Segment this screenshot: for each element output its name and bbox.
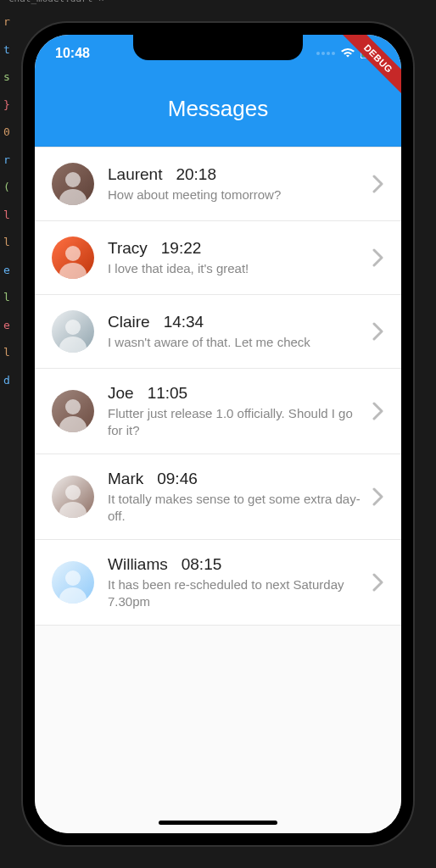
page-title: Messages xyxy=(168,96,269,122)
editor-tab: chat_model.dart × xyxy=(8,0,104,4)
phone-frame: DEBUG 10:48 Messages Laurent20:18 xyxy=(23,23,413,845)
chevron-right-icon xyxy=(372,248,384,267)
editor-gutter: rts }0r (ll ele ld xyxy=(0,0,17,868)
chat-time: 20:18 xyxy=(176,165,216,184)
svg-point-3 xyxy=(65,172,81,187)
chat-time: 09:46 xyxy=(157,470,198,488)
svg-point-6 xyxy=(59,263,87,279)
avatar xyxy=(52,163,94,205)
chat-content: Joe11:05Flutter just release 1.0 officia… xyxy=(108,384,364,438)
avatar xyxy=(52,390,94,432)
svg-point-8 xyxy=(59,337,87,353)
svg-point-5 xyxy=(65,246,81,261)
chevron-right-icon xyxy=(372,402,384,420)
chevron-right-icon xyxy=(372,322,384,341)
chat-name: Joe xyxy=(108,384,134,403)
home-indicator[interactable] xyxy=(159,821,277,825)
chat-time: 11:05 xyxy=(148,384,188,403)
avatar xyxy=(52,561,94,604)
chat-message: I wasn't aware of that. Let me check xyxy=(108,334,364,351)
svg-point-7 xyxy=(65,320,81,335)
chat-name: Claire xyxy=(108,313,150,331)
avatar xyxy=(52,476,94,518)
chat-header: Mark09:46 xyxy=(108,470,364,488)
chat-message: It has been re-scheduled to next Saturda… xyxy=(108,576,364,609)
chat-name: Mark xyxy=(108,470,143,488)
svg-point-11 xyxy=(65,485,81,500)
chat-item[interactable]: Joe11:05Flutter just release 1.0 officia… xyxy=(35,369,401,454)
chat-item[interactable]: Williams08:15It has been re-scheduled to… xyxy=(35,540,401,626)
chat-content: Claire14:34I wasn't aware of that. Let m… xyxy=(108,313,364,351)
chat-header: Williams08:15 xyxy=(108,555,364,574)
chat-message: It totally makes sense to get some extra… xyxy=(108,491,364,524)
status-time: 10:48 xyxy=(55,46,90,61)
signal-dots-icon xyxy=(316,52,335,55)
chat-header: Claire14:34 xyxy=(108,313,364,331)
chevron-right-icon xyxy=(372,573,384,592)
chat-name: Laurent xyxy=(108,165,162,184)
avatar xyxy=(52,236,94,279)
phone-screen: DEBUG 10:48 Messages Laurent20:18 xyxy=(35,35,401,833)
wifi-icon xyxy=(340,47,355,59)
svg-point-4 xyxy=(59,189,87,205)
chevron-right-icon xyxy=(372,175,384,193)
chat-content: Mark09:46It totally makes sense to get s… xyxy=(108,470,364,524)
chat-name: Williams xyxy=(108,555,168,574)
chat-item[interactable]: Tracy19:22I love that idea, it's great! xyxy=(35,221,401,295)
chat-time: 08:15 xyxy=(182,555,222,574)
chat-header: Joe11:05 xyxy=(108,384,364,403)
chat-item[interactable]: Claire14:34I wasn't aware of that. Let m… xyxy=(35,295,401,369)
chat-item[interactable]: Laurent20:18How about meeting tomorrow? xyxy=(35,147,401,221)
avatar xyxy=(52,310,94,353)
chat-content: Tracy19:22I love that idea, it's great! xyxy=(108,239,364,277)
svg-point-13 xyxy=(65,570,81,586)
app-bar: Messages xyxy=(35,72,401,147)
svg-point-14 xyxy=(59,587,87,604)
chat-header: Laurent20:18 xyxy=(108,165,364,184)
chat-time: 19:22 xyxy=(161,239,202,258)
chat-item[interactable]: Mark09:46It totally makes sense to get s… xyxy=(35,454,401,540)
svg-point-9 xyxy=(65,399,81,415)
chevron-right-icon xyxy=(372,487,384,506)
chat-list[interactable]: Laurent20:18How about meeting tomorrow?T… xyxy=(35,147,401,833)
svg-point-10 xyxy=(59,416,87,432)
chat-content: Laurent20:18How about meeting tomorrow? xyxy=(108,165,364,203)
chat-header: Tracy19:22 xyxy=(108,239,364,258)
chat-message: How about meeting tomorrow? xyxy=(108,186,364,203)
chat-content: Williams08:15It has been re-scheduled to… xyxy=(108,555,364,609)
chat-name: Tracy xyxy=(108,239,148,258)
chat-time: 14:34 xyxy=(164,313,204,331)
notch xyxy=(133,35,303,60)
svg-point-12 xyxy=(59,502,87,518)
chat-message: I love that idea, it's great! xyxy=(108,260,364,277)
chat-message: Flutter just release 1.0 officially. Sho… xyxy=(108,405,364,438)
